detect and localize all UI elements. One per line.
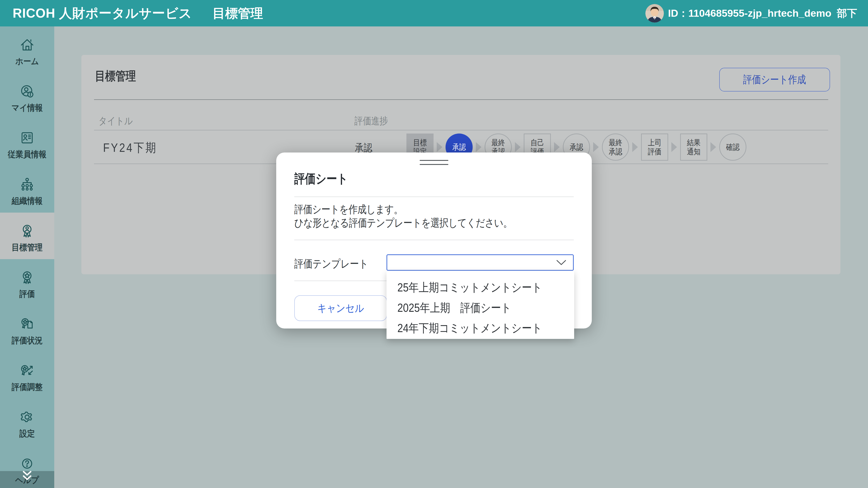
- step-label: 確認: [725, 142, 741, 152]
- sidebar-item-evaluation[interactable]: 評価: [0, 259, 54, 306]
- drag-handle[interactable]: [420, 164, 448, 165]
- table-header-divider: [94, 130, 828, 130]
- modal-body-text: 評価シートを作成します。: [294, 203, 403, 216]
- app-header: RICOH 人財ポータルサービス 目標管理 ID：1104685955-zjp_…: [0, 0, 868, 26]
- step-manager-evaluation: 上司評価: [641, 133, 668, 161]
- avatar[interactable]: [645, 4, 664, 23]
- template-field-label: 評価テンプレート: [294, 258, 368, 270]
- medal-star-icon: [19, 269, 35, 286]
- sidebar-item-label: 従業員情報: [3, 150, 52, 159]
- sidebar-item-label: マイ情報: [3, 103, 52, 112]
- header-page-title: 目標管理: [213, 0, 263, 26]
- drag-handle[interactable]: [420, 160, 448, 161]
- employee-card-icon: [19, 130, 35, 146]
- cancel-button-label: キャンセル: [317, 301, 364, 315]
- sidebar: ホーム マイ情報 従業員情報 組織情報: [0, 26, 54, 488]
- arrow-triangle: [593, 142, 599, 152]
- sidebar-item-settings[interactable]: 設定: [0, 399, 54, 445]
- double-chevron-down-icon[interactable]: [21, 470, 33, 482]
- chevron-down-icon: [556, 260, 566, 265]
- modal-title: 評価シート: [294, 172, 348, 186]
- arrow-triangle: [710, 142, 716, 152]
- sidebar-item-label: 評価状況: [3, 336, 52, 345]
- sidebar-item-label: 組織情報: [3, 196, 52, 205]
- row-title[interactable]: FY24下期: [103, 141, 157, 154]
- step-arrow-icon: [434, 142, 445, 152]
- user-photo-icon: [645, 4, 664, 23]
- card-title: 目標管理: [95, 69, 136, 83]
- step-arrow-icon: [707, 142, 719, 152]
- dropdown-option-label: 24年下期コミットメントシート: [397, 320, 542, 336]
- step-label: 結果通知: [686, 138, 702, 156]
- sidebar-item-label: 設定: [3, 429, 52, 438]
- arrow-triangle: [554, 142, 560, 152]
- step-confirmation: 確認: [719, 133, 746, 161]
- org-chart-icon: [19, 176, 35, 193]
- app-logo: RICOH 人財ポータルサービス: [13, 0, 192, 26]
- step-final-approval-2: 最終承認: [602, 133, 629, 161]
- dropdown-option-2[interactable]: 2025年上期 評価シート: [386, 298, 574, 318]
- step-arrow-icon: [512, 142, 524, 152]
- user-role-text: 部下: [837, 6, 857, 20]
- step-label: 承認: [451, 142, 467, 152]
- sidebar-item-my-info[interactable]: マイ情報: [0, 73, 54, 120]
- step-arrow-icon: [551, 142, 563, 152]
- modal-divider: [294, 197, 574, 197]
- medal-arrows-icon: [19, 362, 35, 379]
- modal-body-text: ひな形となる評価テンプレートを選択してください。: [294, 217, 512, 229]
- arrow-triangle: [632, 142, 638, 152]
- sidebar-item-home[interactable]: ホーム: [0, 26, 54, 73]
- arrow-triangle: [476, 142, 482, 152]
- app-root: { "colors": { "header_teal": "#2B9C9E", …: [0, 0, 868, 488]
- medal-document-icon: [19, 316, 35, 332]
- template-select[interactable]: [386, 254, 574, 271]
- step-arrow-icon: [668, 142, 680, 152]
- sidebar-item-employee-info[interactable]: 従業員情報: [0, 120, 54, 166]
- arrow-triangle: [671, 142, 677, 152]
- gear-icon: [19, 409, 35, 425]
- user-id-text: ID：1104685955-zjp_hrtech_demo: [668, 6, 831, 20]
- row-status: 承認: [355, 142, 372, 153]
- step-arrow-icon: [629, 142, 641, 152]
- column-header-progress: 評価進捗: [354, 116, 388, 126]
- help-icon: [19, 455, 35, 472]
- modal-divider: [294, 240, 574, 240]
- sidebar-item-evaluation-status[interactable]: 評価状況: [0, 306, 54, 352]
- my-info-icon: [19, 83, 35, 99]
- sidebar-item-evaluation-adjustment[interactable]: 評価調整: [0, 352, 54, 399]
- arrow-triangle: [437, 142, 442, 152]
- step-label: 上司評価: [647, 138, 663, 156]
- arrow-triangle: [515, 142, 521, 152]
- sidebar-item-goal-management[interactable]: 目標管理: [0, 213, 54, 259]
- cancel-button[interactable]: キャンセル: [294, 295, 387, 321]
- step-arrow-icon: [590, 142, 602, 152]
- card-title-divider: [94, 99, 828, 100]
- sidebar-item-label: 評価: [3, 289, 52, 298]
- home-icon: [19, 37, 35, 53]
- step-label: 承認: [568, 142, 585, 152]
- sidebar-item-org-info[interactable]: 組織情報: [0, 166, 54, 213]
- dropdown-option-3[interactable]: 24年下期コミットメントシート: [386, 318, 574, 338]
- dropdown-option-label: 2025年上期 評価シート: [397, 300, 511, 316]
- create-button-label: 評価シート作成: [743, 72, 806, 87]
- user-block: ID：1104685955-zjp_hrtech_demo 部下: [645, 0, 857, 26]
- create-evaluation-sheet-button[interactable]: 評価シート作成: [719, 68, 830, 92]
- step-arrow-icon: [473, 142, 485, 152]
- step-result-notification: 結果通知: [680, 133, 707, 161]
- template-dropdown: 25年上期コミットメントシート 2025年上期 評価シート 24年下期コミットメ…: [386, 271, 574, 339]
- goal-medal-icon: [19, 223, 35, 239]
- dropdown-option-1[interactable]: 25年上期コミットメントシート: [386, 278, 574, 298]
- step-label: 最終承認: [608, 138, 624, 156]
- dropdown-option-label: 25年上期コミットメントシート: [397, 280, 542, 295]
- sidebar-item-label: ホーム: [3, 57, 52, 66]
- sidebar-item-label: 評価調整: [3, 383, 52, 392]
- column-header-title: タイトル: [98, 116, 133, 126]
- sidebar-item-label: 目標管理: [3, 243, 52, 252]
